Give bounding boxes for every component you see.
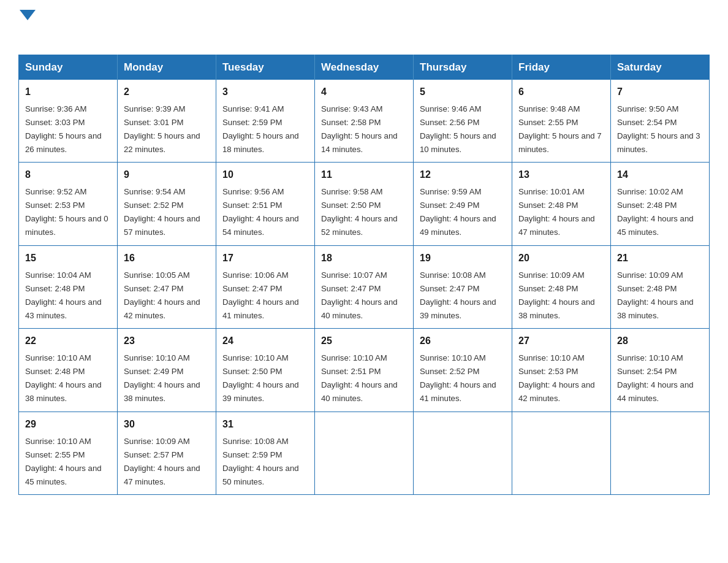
day-number: 1 xyxy=(25,85,111,100)
page-header xyxy=(18,12,710,44)
day-number: 7 xyxy=(617,85,703,100)
weekday-header-friday: Friday xyxy=(512,55,611,80)
day-number: 18 xyxy=(321,251,407,266)
day-info: Sunrise: 10:02 AMSunset: 2:48 PMDaylight… xyxy=(617,187,694,237)
calendar-cell: 1 Sunrise: 9:36 AMSunset: 3:03 PMDayligh… xyxy=(19,80,118,163)
calendar-cell: 18 Sunrise: 10:07 AMSunset: 2:47 PMDayli… xyxy=(315,245,414,328)
calendar-cell: 20 Sunrise: 10:09 AMSunset: 2:48 PMDayli… xyxy=(512,245,611,328)
calendar-cell: 16 Sunrise: 10:05 AMSunset: 2:47 PMDayli… xyxy=(118,245,216,328)
logo-triangle-icon xyxy=(20,10,36,20)
calendar-week-row: 8 Sunrise: 9:52 AMSunset: 2:53 PMDayligh… xyxy=(19,163,710,245)
calendar-week-row: 1 Sunrise: 9:36 AMSunset: 3:03 PMDayligh… xyxy=(19,80,710,163)
calendar-cell: 5 Sunrise: 9:46 AMSunset: 2:56 PMDayligh… xyxy=(414,80,512,163)
day-info: Sunrise: 9:56 AMSunset: 2:51 PMDaylight:… xyxy=(222,187,299,237)
day-info: Sunrise: 9:52 AMSunset: 2:53 PMDaylight:… xyxy=(25,187,108,237)
day-number: 26 xyxy=(420,334,506,349)
day-info: Sunrise: 10:04 AMSunset: 2:48 PMDaylight… xyxy=(25,270,102,320)
weekday-header-tuesday: Tuesday xyxy=(216,55,315,80)
calendar-cell: 26 Sunrise: 10:10 AMSunset: 2:52 PMDayli… xyxy=(414,329,512,412)
calendar-cell: 12 Sunrise: 9:59 AMSunset: 2:49 PMDaylig… xyxy=(414,163,512,245)
calendar-cell: 2 Sunrise: 9:39 AMSunset: 3:01 PMDayligh… xyxy=(118,80,216,163)
day-number: 19 xyxy=(420,251,506,266)
calendar-cell: 30 Sunrise: 10:09 AMSunset: 2:57 PMDayli… xyxy=(118,412,216,494)
calendar-cell: 8 Sunrise: 9:52 AMSunset: 2:53 PMDayligh… xyxy=(19,163,118,245)
calendar-week-row: 22 Sunrise: 10:10 AMSunset: 2:48 PMDayli… xyxy=(19,329,710,412)
day-info: Sunrise: 10:10 AMSunset: 2:48 PMDaylight… xyxy=(25,353,102,403)
day-info: Sunrise: 9:46 AMSunset: 2:56 PMDaylight:… xyxy=(420,104,496,154)
day-info: Sunrise: 10:10 AMSunset: 2:52 PMDaylight… xyxy=(420,353,496,403)
day-info: Sunrise: 10:09 AMSunset: 2:48 PMDaylight… xyxy=(518,270,595,320)
calendar-cell: 28 Sunrise: 10:10 AMSunset: 2:54 PMDayli… xyxy=(611,329,710,412)
calendar-cell: 9 Sunrise: 9:54 AMSunset: 2:52 PMDayligh… xyxy=(118,163,216,245)
day-info: Sunrise: 10:05 AMSunset: 2:47 PMDaylight… xyxy=(124,270,200,320)
day-info: Sunrise: 10:10 AMSunset: 2:53 PMDaylight… xyxy=(518,353,595,403)
calendar-cell: 14 Sunrise: 10:02 AMSunset: 2:48 PMDayli… xyxy=(611,163,710,245)
calendar-cell: 27 Sunrise: 10:10 AMSunset: 2:53 PMDayli… xyxy=(512,329,611,412)
day-info: Sunrise: 10:01 AMSunset: 2:48 PMDaylight… xyxy=(518,187,595,237)
calendar-cell: 11 Sunrise: 9:58 AMSunset: 2:50 PMDaylig… xyxy=(315,163,414,245)
day-info: Sunrise: 10:08 AMSunset: 2:47 PMDaylight… xyxy=(420,270,496,320)
day-info: Sunrise: 9:36 AMSunset: 3:03 PMDaylight:… xyxy=(25,104,102,154)
calendar-cell xyxy=(611,412,710,494)
day-info: Sunrise: 9:58 AMSunset: 2:50 PMDaylight:… xyxy=(321,187,398,237)
day-number: 20 xyxy=(518,251,604,266)
calendar-cell xyxy=(315,412,414,494)
weekday-header-saturday: Saturday xyxy=(611,55,710,80)
calendar-cell: 19 Sunrise: 10:08 AMSunset: 2:47 PMDayli… xyxy=(414,245,512,328)
calendar-cell: 15 Sunrise: 10:04 AMSunset: 2:48 PMDayli… xyxy=(19,245,118,328)
day-info: Sunrise: 10:06 AMSunset: 2:47 PMDaylight… xyxy=(222,270,299,320)
day-number: 13 xyxy=(518,167,604,183)
day-info: Sunrise: 10:10 AMSunset: 2:51 PMDaylight… xyxy=(321,353,398,403)
calendar-cell xyxy=(512,412,611,494)
day-number: 5 xyxy=(420,85,506,100)
calendar-cell: 3 Sunrise: 9:41 AMSunset: 2:59 PMDayligh… xyxy=(216,80,315,163)
day-info: Sunrise: 10:07 AMSunset: 2:47 PMDaylight… xyxy=(321,270,398,320)
day-info: Sunrise: 10:09 AMSunset: 2:57 PMDaylight… xyxy=(124,437,200,486)
day-info: Sunrise: 9:59 AMSunset: 2:49 PMDaylight:… xyxy=(420,187,496,237)
day-info: Sunrise: 9:48 AMSunset: 2:55 PMDaylight:… xyxy=(518,104,602,154)
day-number: 30 xyxy=(124,417,210,432)
day-number: 6 xyxy=(518,85,604,100)
calendar-week-row: 29 Sunrise: 10:10 AMSunset: 2:55 PMDayli… xyxy=(19,412,710,494)
day-number: 16 xyxy=(124,251,210,266)
day-number: 4 xyxy=(321,85,407,100)
day-number: 11 xyxy=(321,167,407,183)
calendar-cell: 25 Sunrise: 10:10 AMSunset: 2:51 PMDayli… xyxy=(315,329,414,412)
day-number: 10 xyxy=(222,167,308,183)
calendar-cell: 23 Sunrise: 10:10 AMSunset: 2:49 PMDayli… xyxy=(118,329,216,412)
day-number: 14 xyxy=(617,167,703,183)
calendar-table: SundayMondayTuesdayWednesdayThursdayFrid… xyxy=(18,55,710,495)
day-number: 8 xyxy=(25,167,111,183)
calendar-cell: 7 Sunrise: 9:50 AMSunset: 2:54 PMDayligh… xyxy=(611,80,710,163)
day-number: 3 xyxy=(222,85,308,100)
day-info: Sunrise: 10:10 AMSunset: 2:55 PMDaylight… xyxy=(25,437,102,486)
day-info: Sunrise: 10:10 AMSunset: 2:54 PMDaylight… xyxy=(617,353,694,403)
day-number: 27 xyxy=(518,334,604,349)
day-number: 12 xyxy=(420,167,506,183)
day-number: 23 xyxy=(124,334,210,349)
calendar-cell: 22 Sunrise: 10:10 AMSunset: 2:48 PMDayli… xyxy=(19,329,118,412)
day-info: Sunrise: 10:10 AMSunset: 2:50 PMDaylight… xyxy=(222,353,299,403)
calendar-cell: 4 Sunrise: 9:43 AMSunset: 2:58 PMDayligh… xyxy=(315,80,414,163)
calendar-cell: 29 Sunrise: 10:10 AMSunset: 2:55 PMDayli… xyxy=(19,412,118,494)
day-number: 31 xyxy=(222,417,308,432)
day-info: Sunrise: 10:08 AMSunset: 2:59 PMDaylight… xyxy=(222,437,299,486)
weekday-header-wednesday: Wednesday xyxy=(315,55,414,80)
day-number: 22 xyxy=(25,334,111,349)
calendar-cell: 21 Sunrise: 10:09 AMSunset: 2:48 PMDayli… xyxy=(611,245,710,328)
day-number: 21 xyxy=(617,251,703,266)
calendar-week-row: 15 Sunrise: 10:04 AMSunset: 2:48 PMDayli… xyxy=(19,245,710,328)
day-number: 25 xyxy=(321,334,407,349)
weekday-header-thursday: Thursday xyxy=(414,55,512,80)
calendar-cell xyxy=(414,412,512,494)
day-info: Sunrise: 9:39 AMSunset: 3:01 PMDaylight:… xyxy=(124,104,200,154)
day-info: Sunrise: 9:50 AMSunset: 2:54 PMDaylight:… xyxy=(617,104,700,154)
day-number: 9 xyxy=(124,167,210,183)
calendar-cell: 13 Sunrise: 10:01 AMSunset: 2:48 PMDayli… xyxy=(512,163,611,245)
day-info: Sunrise: 10:10 AMSunset: 2:49 PMDaylight… xyxy=(124,353,200,403)
day-number: 2 xyxy=(124,85,210,100)
day-number: 17 xyxy=(222,251,308,266)
calendar-cell: 24 Sunrise: 10:10 AMSunset: 2:50 PMDayli… xyxy=(216,329,315,412)
calendar-cell: 17 Sunrise: 10:06 AMSunset: 2:47 PMDayli… xyxy=(216,245,315,328)
calendar-cell: 10 Sunrise: 9:56 AMSunset: 2:51 PMDaylig… xyxy=(216,163,315,245)
